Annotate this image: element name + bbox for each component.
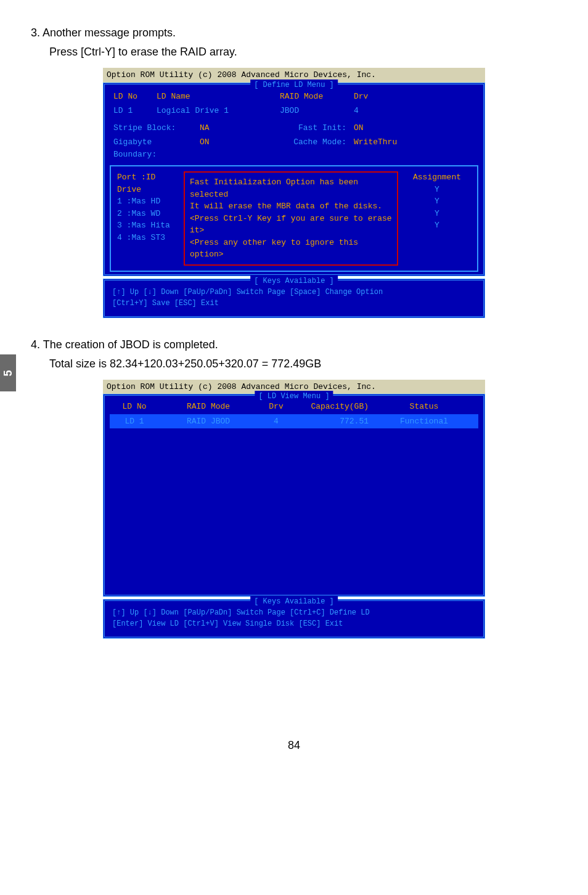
ld-view-title: [ LD View Menu ] (255, 391, 333, 402)
ld-view-empty-area (110, 428, 478, 589)
assign-cell: Y (403, 184, 471, 196)
drive-row: 4 :Mas ST3 (117, 232, 179, 244)
assign-cell: Y (403, 219, 471, 232)
stripe-row: Stripe Block: NA Fast Init: ON (110, 122, 478, 134)
step-4-sub: Total size is 82.34+120.03+250.05+320.07… (31, 356, 557, 372)
define-ld-title: [ Define LD Menu ] (250, 80, 338, 91)
step-3-sub: Press [Ctrl-Y] to erase the RAID array. (31, 44, 557, 60)
step-3-heading: 3. Another message prompts. (31, 25, 557, 41)
keys-title: [ Keys Available ] (250, 596, 338, 607)
keys-line-1: [↑] Up [↓] Down [PaUp/PaDn] Switch Page … (112, 607, 476, 618)
ld-view-row-selected[interactable]: LD 1 RAID JBOD 4 772.51 Functional (110, 414, 478, 429)
keys-available-panel: [ Keys Available ] [↑] Up [↓] Down [PaUp… (103, 279, 485, 318)
ld-header-row: LD No LD Name RAID Mode Drv (110, 91, 478, 103)
keys-line-2: [Ctrl+Y] Save [ESC] Exit (112, 298, 476, 309)
chapter-tab: 5 (0, 354, 16, 391)
page-number: 84 (31, 737, 557, 754)
step-4-heading: 4. The creation of JBOD is completed. (31, 337, 557, 353)
keys-line-2: [Enter] View LD [Ctrl+V] View Single Dis… (112, 618, 476, 629)
drive-row: 2 :Mas WD (117, 208, 179, 220)
drive-row: 1 :Mas HD (117, 195, 179, 208)
gb-row: Gigabyte Boundary: ON Cache Mode: WriteT… (110, 136, 478, 160)
port-heading: Port :ID Drive (117, 171, 179, 195)
erase-confirm-popup[interactable]: Fast Initialization Option has been sele… (184, 171, 398, 266)
keys-line-1: [↑] Up [↓] Down [PaUp/PaDn] Switch Page … (112, 287, 476, 298)
assign-cell: Y (403, 208, 471, 220)
keys-title: [ Keys Available ] (250, 276, 338, 287)
drive-list-box: Port :ID Drive 1 :Mas HD 2 :Mas WD 3 :Ma… (110, 165, 478, 272)
drive-row: 3 :Mas Hita (117, 219, 179, 232)
assignment-heading: Assignment (403, 171, 471, 184)
keys-available-panel: [ Keys Available ] [↑] Up [↓] Down [PaUp… (103, 599, 485, 639)
assign-cell: Y (403, 195, 471, 208)
bios-screenshot-define-ld: Option ROM Utility (c) 2008 Advanced Mic… (103, 68, 485, 318)
bios-screenshot-ld-view: Option ROM Utility (c) 2008 Advanced Mic… (103, 380, 485, 639)
ld-data-row[interactable]: LD 1 Logical Drive 1 JBOD 4 (110, 105, 478, 117)
